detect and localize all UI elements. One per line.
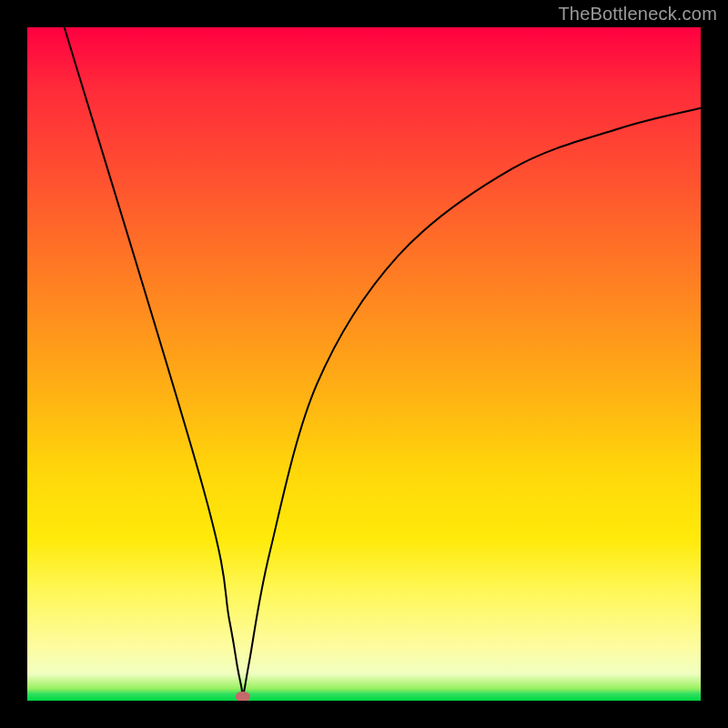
bottleneck-curve (65, 27, 701, 695)
min-marker (236, 692, 250, 701)
chart-svg (27, 27, 701, 701)
plot-area (27, 27, 701, 701)
chart-frame: TheBottleneck.com (0, 0, 728, 728)
watermark-text: TheBottleneck.com (558, 4, 717, 25)
